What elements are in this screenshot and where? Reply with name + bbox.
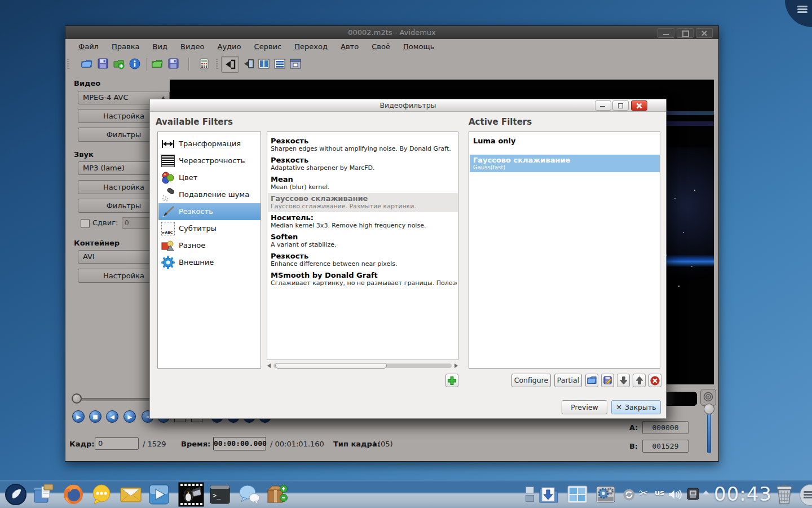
control-center-button[interactable] — [594, 483, 617, 506]
calculator-button[interactable] — [200, 58, 211, 69]
menu-go[interactable]: Переход — [289, 39, 333, 54]
pager-desktop-1[interactable] — [526, 487, 534, 493]
menu-help[interactable]: Помощь — [398, 39, 439, 54]
category-transform[interactable]: Трансформация — [158, 135, 261, 152]
info-button[interactable] — [129, 58, 140, 69]
menu-audio[interactable]: Аудио — [212, 39, 246, 54]
scroll-left-icon[interactable] — [267, 364, 271, 368]
filter-list-hscrollbar[interactable] — [267, 362, 458, 369]
toolbar-grip[interactable] — [216, 59, 218, 70]
filter-item[interactable]: MSmooth by Donald GraftСглаживает картин… — [268, 270, 458, 289]
save-project-button[interactable] — [168, 58, 179, 69]
main-titlebar[interactable]: 00002.m2ts - Avidemux — [65, 26, 718, 39]
category-color[interactable]: Цвет — [158, 169, 261, 186]
deinterlace-button[interactable] — [274, 58, 285, 69]
close-button[interactable] — [696, 28, 713, 38]
menu-video[interactable]: Видео — [175, 39, 209, 54]
dialog-close-button[interactable] — [631, 100, 647, 111]
scroll-right-icon[interactable] — [454, 364, 458, 368]
move-filter-up-button[interactable] — [633, 374, 646, 387]
prev-frame-button[interactable]: ◀ — [106, 410, 118, 423]
mail-button[interactable] — [120, 483, 142, 506]
play-filtered-button[interactable] — [221, 56, 239, 73]
preview-window-button[interactable] — [290, 58, 301, 69]
workspace-grid-button[interactable] — [566, 483, 589, 506]
load-filter-list-button[interactable] — [585, 374, 598, 387]
media-player-button[interactable] — [148, 483, 170, 506]
tray-clipboard-icon[interactable]: ✂ — [639, 487, 648, 499]
menu-auto[interactable]: Авто — [336, 39, 364, 54]
marker-a-field[interactable]: 000000 — [642, 421, 689, 434]
next-frame-button[interactable]: ▶ — [123, 410, 136, 423]
volume-slider-knob[interactable] — [704, 404, 714, 414]
filter-item[interactable]: Носитель:Median kernel 3x3. Remove high … — [268, 212, 458, 231]
filter-item[interactable]: MeanMean (blur) kernel. — [268, 174, 458, 193]
dialog-close-action-button[interactable]: ✕Закрыть — [611, 400, 661, 414]
partial-button[interactable]: Partial — [554, 374, 582, 387]
category-interlace[interactable]: Черезстрочность — [158, 152, 261, 169]
avidemux-taskbar-button[interactable] — [178, 482, 204, 507]
filter-item[interactable]: РезкостьEnhance difference between near … — [268, 251, 458, 270]
trash-button[interactable] — [774, 483, 795, 507]
go-to-marker-button[interactable] — [243, 58, 254, 69]
pager-desktop-2[interactable] — [526, 495, 534, 502]
frame-input[interactable]: 0 — [95, 437, 139, 450]
filter-item[interactable]: РезкостьSharpen edges without amplifying… — [268, 135, 458, 155]
filter-item-selected[interactable]: Гауссово склаживаниеГауссово сглаживание… — [268, 193, 458, 212]
stop-button[interactable]: ■ — [89, 410, 102, 423]
preview-button[interactable]: Preview — [562, 400, 607, 414]
package-manager-button[interactable] — [265, 483, 288, 506]
filter-item[interactable]: SoftenA variant of stabilize. — [268, 231, 458, 251]
time-input[interactable]: 00:00:00.000 — [213, 437, 266, 450]
play-button[interactable]: ▶ — [72, 410, 85, 423]
menu-service[interactable]: Сервис — [249, 39, 287, 54]
taskbar-clock[interactable]: 00:43 — [714, 483, 772, 505]
move-filter-down-button[interactable] — [617, 374, 630, 387]
terminal-button[interactable]: >_ — [209, 483, 231, 506]
firefox-button[interactable] — [62, 483, 85, 506]
file-manager-button[interactable] — [33, 483, 55, 506]
messenger-button[interactable] — [90, 483, 113, 506]
tray-print-queue-icon[interactable] — [687, 488, 699, 502]
dialog-minimize-button[interactable] — [595, 100, 611, 111]
category-external[interactable]: Внешние — [158, 254, 261, 271]
category-subtitles[interactable]: ►ABC Субтитры — [158, 220, 261, 237]
menu-file[interactable]: Файл — [73, 39, 104, 54]
menu-view[interactable]: Вид — [148, 39, 173, 54]
save-filter-list-button[interactable] — [601, 374, 614, 387]
load-project-button[interactable] — [152, 58, 163, 69]
scrollbar-thumb[interactable] — [275, 363, 387, 369]
desktop-toolbox-corner[interactable] — [785, 0, 812, 27]
menu-launcher-button[interactable] — [5, 483, 27, 506]
category-sharpness-selected[interactable]: Резкость — [158, 203, 261, 220]
marker-b-field[interactable]: 001529 — [642, 440, 689, 453]
shift-checkbox[interactable] — [81, 219, 90, 228]
tray-expand-arrow-icon[interactable] — [703, 491, 709, 494]
tray-volume-icon[interactable] — [669, 489, 682, 502]
add-filter-button[interactable] — [445, 374, 458, 387]
chat-app-button[interactable] — [238, 483, 261, 506]
minimize-button[interactable] — [657, 28, 674, 38]
dialog-maximize-button[interactable] — [612, 100, 629, 111]
split-view-button[interactable] — [258, 58, 270, 69]
active-filter-item-selected[interactable]: Гауссово склаживаниеGauss(fast) — [470, 155, 660, 172]
timeline-knob[interactable] — [72, 393, 82, 404]
downloads-button[interactable] — [537, 483, 560, 506]
tray-sync-icon[interactable] — [623, 489, 635, 503]
menu-custom[interactable]: Своё — [367, 39, 395, 54]
save-file-button[interactable] — [98, 58, 109, 69]
category-misc[interactable]: Разное — [158, 237, 261, 254]
active-filter-item[interactable]: Luma only — [470, 135, 660, 154]
category-denoise[interactable]: Подавление шума — [158, 186, 261, 203]
maximize-button[interactable] — [677, 28, 694, 38]
filter-item[interactable]: РезкостьAdaptative sharpener by MarcFD. — [268, 155, 458, 174]
panel-toolbox-button[interactable] — [800, 484, 812, 506]
volume-slider-track[interactable] — [707, 414, 711, 453]
configure-button[interactable]: Configure — [511, 374, 551, 387]
tray-keyboard-layout[interactable]: us — [655, 488, 664, 497]
open-file-button[interactable] — [81, 58, 92, 69]
toolbar-grip[interactable] — [67, 59, 69, 70]
dialog-titlebar[interactable]: Видеофильтры — [150, 99, 666, 112]
menu-edit[interactable]: Правка — [107, 39, 144, 54]
remove-filter-button[interactable] — [648, 374, 661, 387]
